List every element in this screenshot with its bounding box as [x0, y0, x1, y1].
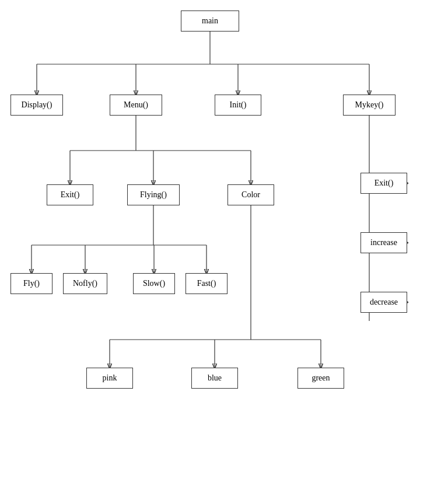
node-flying: Flying() — [127, 184, 180, 205]
node-mykey: Mykey() — [343, 95, 396, 116]
node-fly: Fly() — [10, 273, 52, 294]
node-exit1: Exit() — [47, 184, 93, 205]
node-decrease: decrease — [360, 292, 407, 313]
node-fast: Fast() — [186, 273, 228, 294]
node-blue: blue — [191, 368, 238, 389]
node-nofly: Nofly() — [63, 273, 107, 294]
node-menu: Menu() — [110, 95, 162, 116]
node-pink: pink — [86, 368, 133, 389]
node-slow: Slow() — [133, 273, 175, 294]
node-green: green — [298, 368, 344, 389]
node-display: Display() — [10, 95, 63, 116]
node-color: Color — [228, 184, 274, 205]
node-main: main — [181, 11, 239, 32]
node-exit2: Exit() — [360, 173, 407, 194]
node-init: Init() — [215, 95, 261, 116]
diagram: main Display() Menu() Init() Mykey() Exi… — [0, 0, 448, 489]
node-increase: increase — [360, 232, 407, 253]
